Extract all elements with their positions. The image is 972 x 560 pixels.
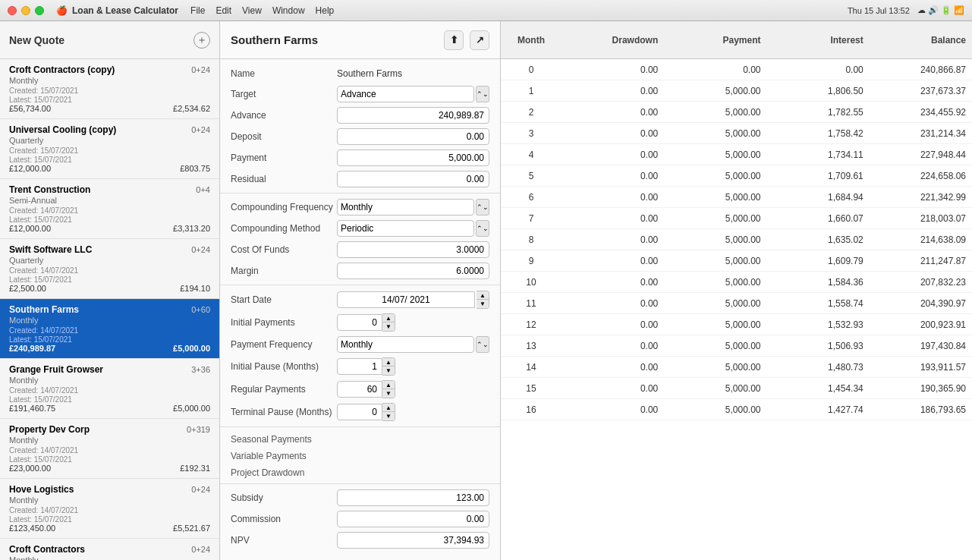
quote-amount: £12,000.00 — [9, 224, 51, 233]
deposit-input[interactable] — [337, 128, 489, 145]
quote-payment: £3,313.20 — [173, 224, 210, 233]
commission-input[interactable] — [337, 511, 489, 527]
quote-item[interactable]: Universal Cooling (copy) 0+24 Quarterly … — [0, 119, 219, 179]
regular-payments-input[interactable] — [337, 381, 382, 398]
quote-item[interactable]: Property Dev Corp 0+319 Monthly Created:… — [0, 419, 219, 479]
cell-drawdown: 0.00 — [561, 64, 664, 75]
date-down-btn[interactable]: ▼ — [477, 300, 489, 308]
table-row[interactable]: 14 0.00 5,000.00 1,480.73 193,911.57 — [501, 357, 972, 378]
label-payment: Payment — [231, 153, 337, 163]
table-row[interactable]: 2 0.00 5,000.00 1,782.55 234,455.92 — [501, 102, 972, 123]
table-row[interactable]: 3 0.00 5,000.00 1,758.42 231,214.34 — [501, 123, 972, 144]
comp-freq-select[interactable]: MonthlyQuarterlySemi-AnnualAnnual — [337, 199, 474, 216]
menu-file[interactable]: File — [190, 5, 205, 16]
maximize-button[interactable] — [35, 6, 44, 15]
target-select-arrow[interactable]: ⌃⌄ — [476, 86, 489, 102]
cell-month: 1 — [501, 86, 561, 96]
field-initial-payments: Initial Payments ▲ ▼ — [220, 311, 500, 334]
npv-input[interactable] — [337, 532, 489, 549]
quote-item[interactable]: Southern Farms 0+60 Monthly Created: 14/… — [0, 299, 219, 359]
quote-item[interactable]: Croft Contractors 0+24 Monthly Created: … — [0, 539, 219, 560]
advance-input[interactable] — [337, 107, 489, 124]
terminal-pause-up[interactable]: ▲ — [382, 404, 395, 412]
payment-input[interactable] — [337, 149, 489, 166]
quote-counts: 0+24 — [191, 245, 210, 254]
add-quote-button[interactable]: ＋ — [193, 32, 210, 49]
terminal-pause-input[interactable] — [337, 404, 382, 420]
quote-created: Created: 15/07/2021 — [9, 87, 210, 95]
payment-freq-arrow[interactable]: ⌃⌄ — [476, 336, 489, 353]
field-regular-payments: Regular Payments ▲ ▼ — [220, 378, 500, 401]
table-row[interactable]: 7 0.00 5,000.00 1,660.07 218,003.07 — [501, 208, 972, 229]
initial-payments-up[interactable]: ▲ — [382, 314, 395, 322]
table-row[interactable]: 1 0.00 5,000.00 1,806.50 237,673.37 — [501, 80, 972, 102]
titlebar-left: 🍎 Loan & Lease Calculator File Edit View… — [8, 5, 334, 16]
menu-help[interactable]: Help — [316, 5, 335, 16]
quote-name: Grange Fruit Growser — [9, 364, 103, 375]
comp-method-arrow[interactable]: ⌃⌄ — [476, 220, 489, 237]
cell-month: 2 — [501, 107, 561, 118]
target-select[interactable]: AdvancePaymentResidualRate — [337, 86, 474, 102]
menu-window[interactable]: Window — [272, 5, 305, 16]
table-row[interactable]: 4 0.00 5,000.00 1,734.11 227,948.44 — [501, 144, 972, 165]
initial-pause-wrap: ▲ ▼ — [337, 357, 489, 376]
quote-item[interactable]: Grange Fruit Growser 3+36 Monthly Create… — [0, 359, 219, 419]
subsidy-input[interactable] — [337, 489, 489, 506]
table-header: Month Drawdown Payment Interest Balance — [501, 21, 972, 59]
export-icon[interactable]: ↗ — [470, 30, 489, 50]
table-row[interactable]: 9 0.00 5,000.00 1,609.79 211,247.87 — [501, 250, 972, 272]
quote-item[interactable]: Croft Contractors (copy) 0+24 Monthly Cr… — [0, 59, 219, 119]
table-row[interactable]: 16 0.00 5,000.00 1,427.74 186,793.65 — [501, 399, 972, 420]
cell-payment: 5,000.00 — [664, 277, 766, 288]
table-row[interactable]: 6 0.00 5,000.00 1,684.94 221,342.99 — [501, 187, 972, 208]
payment-freq-select[interactable]: MonthlyQuarterlySemi-AnnualAnnual — [337, 336, 474, 353]
menu-bar: File Edit View Window Help — [190, 5, 334, 16]
regular-payments-down[interactable]: ▼ — [382, 389, 395, 398]
terminal-pause-down[interactable]: ▼ — [382, 412, 395, 420]
cell-month: 3 — [501, 128, 561, 139]
cost-funds-input[interactable] — [337, 241, 489, 258]
quote-item[interactable]: Swift Software LLC 0+24 Quarterly Create… — [0, 239, 219, 299]
quote-item[interactable]: Hove Logistics 0+24 Monthly Created: 14/… — [0, 479, 219, 539]
table-row[interactable]: 0 0.00 0.00 0.00 240,866.87 — [501, 59, 972, 80]
comp-method-select[interactable]: PeriodicNominalEffective — [337, 220, 474, 237]
initial-pause-up[interactable]: ▲ — [382, 358, 395, 367]
margin-input[interactable] — [337, 263, 489, 279]
menu-view[interactable]: View — [242, 5, 262, 16]
table-row[interactable]: 5 0.00 5,000.00 1,709.61 224,658.06 — [501, 165, 972, 187]
cell-interest: 1,532.93 — [767, 319, 870, 330]
cell-month: 5 — [501, 171, 561, 181]
quote-item[interactable]: Trent Construction 0+4 Semi-Annual Creat… — [0, 179, 219, 239]
residual-input[interactable] — [337, 171, 489, 187]
table-row[interactable]: 15 0.00 5,000.00 1,454.34 190,365.90 — [501, 378, 972, 399]
cell-interest: 1,660.07 — [767, 213, 870, 224]
cell-payment: 5,000.00 — [664, 171, 766, 181]
table-row[interactable]: 11 0.00 5,000.00 1,558.74 204,390.97 — [501, 293, 972, 314]
table-row[interactable]: 13 0.00 5,000.00 1,506.93 197,430.84 — [501, 335, 972, 357]
date-up-btn[interactable]: ▲ — [477, 291, 489, 300]
field-commission: Commission — [220, 508, 500, 530]
initial-pause-input[interactable] — [337, 358, 382, 375]
cell-interest: 1,506.93 — [767, 341, 870, 351]
table-row[interactable]: 8 0.00 5,000.00 1,635.02 214,638.09 — [501, 229, 972, 250]
cell-drawdown: 0.00 — [561, 107, 664, 118]
table-row[interactable]: 12 0.00 5,000.00 1,532.93 200,923.91 — [501, 314, 972, 335]
start-date-input[interactable] — [337, 291, 475, 308]
variable-payments-label[interactable]: Variable Payments — [220, 447, 500, 464]
regular-payments-up[interactable]: ▲ — [382, 381, 395, 389]
initial-payments-down[interactable]: ▼ — [382, 322, 395, 331]
share-icon[interactable]: ⬆ — [444, 30, 464, 50]
seasonal-payments-label[interactable]: Seasonal Payments — [220, 430, 500, 447]
initial-payments-input[interactable] — [337, 314, 382, 331]
initial-pause-down[interactable]: ▼ — [382, 367, 395, 375]
minimize-button[interactable] — [21, 6, 30, 15]
menu-edit[interactable]: Edit — [215, 5, 231, 16]
comp-freq-arrow[interactable]: ⌃⌄ — [476, 199, 489, 216]
project-drawdown-label[interactable]: Project Drawdown — [220, 464, 500, 480]
table-row[interactable]: 10 0.00 5,000.00 1,584.36 207,832.23 — [501, 272, 972, 293]
cell-payment: 0.00 — [664, 64, 766, 75]
col-header-payment: Payment — [664, 35, 766, 46]
divider-4 — [220, 483, 500, 484]
close-button[interactable] — [8, 6, 17, 15]
start-date-wrap: ▲ ▼ — [337, 291, 489, 309]
